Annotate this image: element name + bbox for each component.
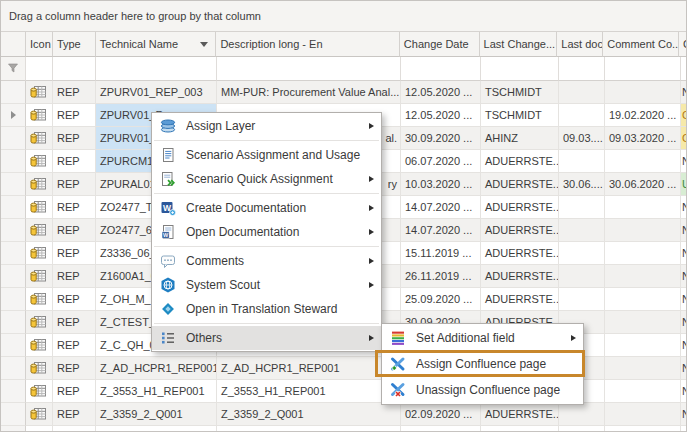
cell-type[interactable]: REP: [53, 150, 96, 173]
cell-comment[interactable]: [605, 196, 681, 219]
cell-change-date[interactable]: 14.07.2020 ...: [401, 219, 481, 242]
cell-type[interactable]: REP: [53, 311, 96, 334]
cell-last-changed-by[interactable]: ADUERRSTE...: [481, 403, 559, 426]
cell-type[interactable]: REP: [53, 265, 96, 288]
cell-last-changed-by[interactable]: ADUERRSTE...: [481, 288, 559, 311]
column-header-user[interactable]: Last Change...: [480, 32, 558, 57]
cell-last-doc[interactable]: [559, 81, 605, 104]
cell-change-date[interactable]: 06.07.2020 ...: [401, 150, 481, 173]
cell-status[interactable]: N: [681, 265, 687, 288]
cell-status[interactable]: C: [681, 104, 687, 127]
cell-type[interactable]: REP: [53, 127, 96, 150]
cell-status[interactable]: N: [681, 380, 687, 403]
cell-change-date[interactable]: 12.05.2020 ...: [401, 81, 481, 104]
column-header-icon[interactable]: Icon: [26, 32, 53, 57]
table-row[interactable]: REPZ_3359_2_Q001Z_3359_2_Q00102.09.2020 …: [1, 403, 687, 426]
cell-type[interactable]: REP: [53, 334, 96, 357]
cell-last-changed-by[interactable]: ADUERRSTE...: [481, 173, 559, 196]
cell-type[interactable]: REP: [53, 242, 96, 265]
cell-icon[interactable]: [26, 196, 53, 219]
cell-status[interactable]: N: [681, 288, 687, 311]
filter-cell-tech[interactable]: [96, 57, 217, 81]
cell-icon[interactable]: [26, 380, 53, 403]
cell-technical-name[interactable]: ZPURV01_REP_003: [96, 81, 217, 104]
submenu-item-set-additional-field[interactable]: Set Additional field: [382, 325, 583, 351]
cell-status[interactable]: N: [681, 242, 687, 265]
filter-cell-change[interactable]: [401, 57, 481, 81]
context-menu-item-comments[interactable]: Comments: [152, 249, 381, 273]
context-menu-item-open-documentation[interactable]: WOpen Documentation: [152, 220, 381, 244]
cell-type[interactable]: REP: [53, 426, 96, 432]
cell-last-changed-by[interactable]: ADUERRSTE...: [481, 196, 559, 219]
cell-status[interactable]: N: [681, 403, 687, 426]
cell-comment[interactable]: [605, 426, 681, 432]
cell-icon[interactable]: [26, 334, 53, 357]
cell-icon[interactable]: [26, 288, 53, 311]
cell-last-changed-by[interactable]: ADUERRSTE...: [481, 242, 559, 265]
group-by-panel[interactable]: Drag a column header here to group by th…: [1, 1, 686, 32]
cell-icon[interactable]: [26, 219, 53, 242]
cell-status[interactable]: N: [681, 311, 687, 334]
cell-last-doc[interactable]: [559, 403, 605, 426]
filter-cell-type[interactable]: [53, 57, 96, 81]
column-header-change[interactable]: Change Date: [400, 32, 480, 57]
cell-last-doc[interactable]: 30.06....: [559, 173, 605, 196]
cell-status[interactable]: N: [681, 196, 687, 219]
cell-type[interactable]: REP: [53, 357, 96, 380]
cell-type[interactable]: REP: [53, 403, 96, 426]
cell-icon[interactable]: [26, 311, 53, 334]
cell-comment[interactable]: [605, 311, 681, 334]
cell-comment[interactable]: [605, 334, 681, 357]
cell-icon[interactable]: [26, 357, 53, 380]
cell-technical-name[interactable]: Z_3553_H1_REP001: [96, 380, 217, 403]
cell-change-date[interactable]: 25.09.2020 ...: [401, 288, 481, 311]
context-menu-item-scenario-quick-assignment[interactable]: Scenario Quick Assignment: [152, 167, 381, 191]
cell-last-changed-by[interactable]: ADUERRSTE...: [481, 219, 559, 242]
cell-technical-name[interactable]: Z_3359_2_Q001: [96, 403, 217, 426]
submenu-item-unassign-confluence-page[interactable]: Unassign Confluence page: [382, 377, 583, 403]
cell-icon[interactable]: [26, 127, 53, 150]
cell-comment[interactable]: [605, 357, 681, 380]
cell-type[interactable]: REP: [53, 173, 96, 196]
table-row[interactable]: REP: [1, 426, 687, 432]
cell-last-changed-by[interactable]: ADUERRSTE...: [481, 265, 559, 288]
context-menu-item-create-documentation[interactable]: WCreate Documentation: [152, 196, 381, 220]
cell-change-date[interactable]: 02.09.2020 ...: [401, 403, 481, 426]
cell-status[interactable]: C: [681, 127, 687, 150]
cell-status[interactable]: N: [681, 357, 687, 380]
cell-last-doc[interactable]: [559, 150, 605, 173]
cell-description[interactable]: Z_3359_2_Q001: [217, 403, 401, 426]
cell-change-date[interactable]: 14.07.2020 ...: [401, 196, 481, 219]
cell-icon[interactable]: [26, 265, 53, 288]
cell-last-doc[interactable]: [559, 242, 605, 265]
cell-type[interactable]: REP: [53, 81, 96, 104]
cell-type[interactable]: REP: [53, 219, 96, 242]
cell-comment[interactable]: [605, 380, 681, 403]
cell-last-changed-by[interactable]: ADUERRSTE...: [481, 150, 559, 173]
cell-comment[interactable]: 09.03.2020 ...: [605, 127, 681, 150]
cell-comment[interactable]: [605, 288, 681, 311]
cell-type[interactable]: REP: [53, 104, 96, 127]
cell-technical-name[interactable]: [96, 426, 217, 432]
cell-description[interactable]: Z_AD_HCPR1_REP001: [217, 357, 401, 380]
column-header-desc[interactable]: Description long - En: [216, 32, 399, 57]
cell-description[interactable]: Z_3553_H1_REP001: [217, 380, 401, 403]
filter-cell-desc[interactable]: [217, 57, 401, 81]
cell-icon[interactable]: [26, 426, 53, 432]
filter-cell-user[interactable]: [481, 57, 559, 81]
cell-type[interactable]: REP: [53, 288, 96, 311]
cell-last-doc[interactable]: [559, 104, 605, 127]
cell-status[interactable]: N: [681, 81, 687, 104]
cell-status[interactable]: N: [681, 219, 687, 242]
cell-icon[interactable]: [26, 81, 53, 104]
cell-icon[interactable]: [26, 403, 53, 426]
cell-status[interactable]: U: [681, 173, 687, 196]
cell-type[interactable]: REP: [53, 380, 96, 403]
filter-cell-c[interactable]: [681, 57, 687, 81]
cell-last-doc[interactable]: [559, 265, 605, 288]
cell-status[interactable]: N: [681, 334, 687, 357]
cell-description[interactable]: [217, 426, 401, 432]
cell-change-date[interactable]: 26.11.2019 ...: [401, 265, 481, 288]
cell-last-changed-by[interactable]: TSCHMIDT: [481, 81, 559, 104]
cell-icon[interactable]: [26, 104, 53, 127]
